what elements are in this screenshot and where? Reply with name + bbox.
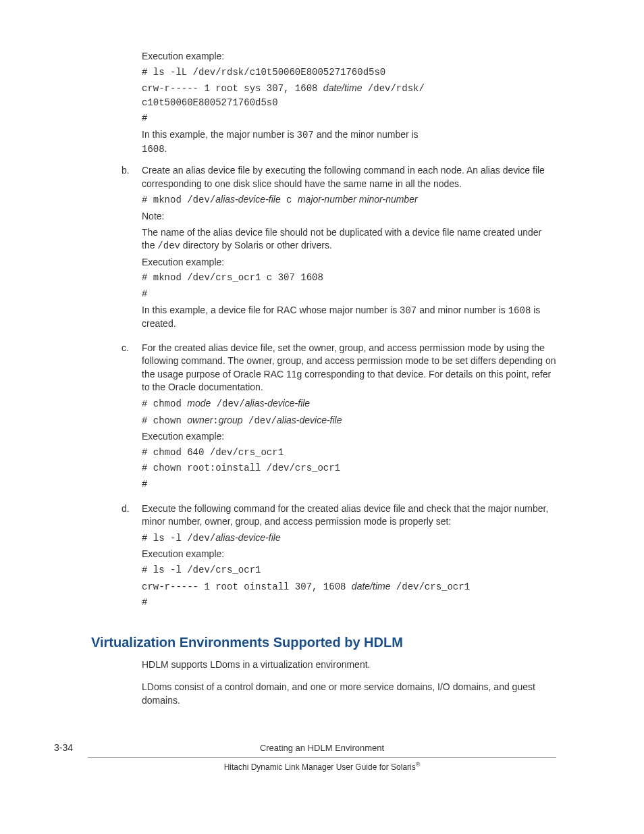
cmd-template: # mknod /dev/alias-device-file c major-n… <box>142 193 556 207</box>
exec-label: Execution example: <box>142 50 556 63</box>
code-inline: 307 <box>297 130 314 140</box>
step-b: b. Create an alias device file by execut… <box>122 164 556 334</box>
registered-mark: ® <box>416 761 421 768</box>
code-text: c10t50060E8005271760d5s0 <box>142 97 278 108</box>
list-body: Create an alias device file by executing… <box>142 164 556 334</box>
step-d: d. Execute the following command for the… <box>122 502 556 613</box>
code-text: c <box>281 194 298 205</box>
text: and minor number is <box>417 305 508 315</box>
section-para: HDLM supports LDoms in a virtualization … <box>142 658 556 672</box>
section-heading: Virtualization Environments Supported by… <box>91 633 556 652</box>
list-body: Execute the following command for the cr… <box>142 502 556 613</box>
list-marker: b. <box>122 164 142 334</box>
code-inline: 1608 <box>508 305 531 316</box>
step-c: c. For the created alias device file, se… <box>122 342 556 494</box>
text: directory by Solaris or other drivers. <box>180 240 332 251</box>
placeholder: major-number <box>298 194 356 205</box>
placeholder: alias-device-file <box>215 194 280 205</box>
code-inline: 307 <box>400 305 417 316</box>
text: In this example, a device file for RAC w… <box>142 305 400 315</box>
code-text: # mknod <box>142 194 187 205</box>
page-footer: 3-34 Creating an HDLM Environment Hitach… <box>54 741 590 773</box>
footer-title: Hitachi Dynamic Link Manager User Guide … <box>54 760 590 773</box>
exec-label: Execution example: <box>142 256 556 269</box>
cmd-template: # ls -l /dev/alias-device-file <box>142 531 556 546</box>
list-body: For the created alias device file, set t… <box>142 342 556 494</box>
list-marker: c. <box>122 342 142 494</box>
exec-label: Execution example: <box>142 430 556 444</box>
code-line: # chmod 640 /dev/crs_ocr1 <box>142 446 556 460</box>
prompt: # <box>142 288 556 301</box>
note-label: Note: <box>142 210 556 224</box>
step-a-exec-label: Execution example: # ls -lL /dev/rdsk/c1… <box>142 50 556 156</box>
code-line: # mknod /dev/crs_ocr1 c 307 1608 <box>142 271 556 285</box>
para: Create an alias device file by executing… <box>142 164 556 190</box>
section-para: LDoms consist of a control domain, and o… <box>142 681 556 707</box>
text: and the minor number is <box>314 129 419 140</box>
code-output: crw-r----- 1 root sys 307, 1608 date/tim… <box>142 82 556 109</box>
code-text: /dev/ <box>211 398 244 409</box>
code-text: /dev/rdsk/ <box>362 83 424 94</box>
note-text: The name of the alias device file should… <box>142 226 556 253</box>
placeholder-datetime: date/time <box>323 82 363 93</box>
summary-text: In this example, the major number is 307… <box>142 128 556 156</box>
para: Execute the following command for the cr… <box>142 502 556 529</box>
code-text: /dev/ <box>187 194 215 205</box>
prompt: # <box>142 596 556 610</box>
list-marker: d. <box>122 502 142 613</box>
placeholder: alias-device-file <box>277 415 342 425</box>
code-text: /dev/crs_ocr1 <box>390 581 470 592</box>
code-inline: 1608 <box>142 144 165 155</box>
footer-chapter: Creating an HDLM Environment <box>135 742 509 754</box>
footer-divider <box>88 757 556 758</box>
placeholder-datetime: date/time <box>352 581 391 592</box>
exec-label: Execution example: <box>142 548 556 561</box>
cmd-template-chown: # chown owner:group /dev/alias-device-fi… <box>142 414 556 428</box>
page-number: 3-34 <box>54 741 135 755</box>
code-text: /dev/ <box>243 415 277 426</box>
summary-text: In this example, a device file for RAC w… <box>142 304 556 331</box>
code-text: : <box>213 415 218 426</box>
text: In this example, the major number is <box>142 129 297 140</box>
cmd-template-chmod: # chmod mode /dev/alias-device-file <box>142 397 556 411</box>
code-text: /dev/ <box>187 533 215 544</box>
prompt: # <box>142 112 556 126</box>
placeholder: group <box>219 415 243 425</box>
text: . <box>165 143 167 154</box>
code-text: # ls -l <box>142 533 187 544</box>
placeholder: alias-device-file <box>245 398 310 409</box>
code-text: # chmod <box>142 398 187 409</box>
code-text: crw-r----- 1 root oinstall 307, 1608 <box>142 581 352 592</box>
placeholder: mode <box>187 398 211 409</box>
placeholder: owner <box>187 415 213 425</box>
code-inline: /dev <box>157 240 180 251</box>
code-output: crw-r----- 1 root oinstall 307, 1608 dat… <box>142 580 556 594</box>
code-line: # ls -lL /dev/rdsk/c10t50060E8005271760d… <box>142 66 556 80</box>
placeholder: alias-device-file <box>215 532 280 543</box>
placeholder: minor-number <box>359 194 418 205</box>
code-text: # chown <box>142 415 187 426</box>
para: For the created alias device file, set t… <box>142 342 556 394</box>
code-text: crw-r----- 1 root sys 307, 1608 <box>142 83 323 94</box>
code-line: # chown root:oinstall /dev/crs_ocr1 <box>142 462 556 475</box>
text: Hitachi Dynamic Link Manager User Guide … <box>224 762 416 772</box>
prompt: # <box>142 478 556 492</box>
code-line: # ls -l /dev/crs_ocr1 <box>142 564 556 577</box>
